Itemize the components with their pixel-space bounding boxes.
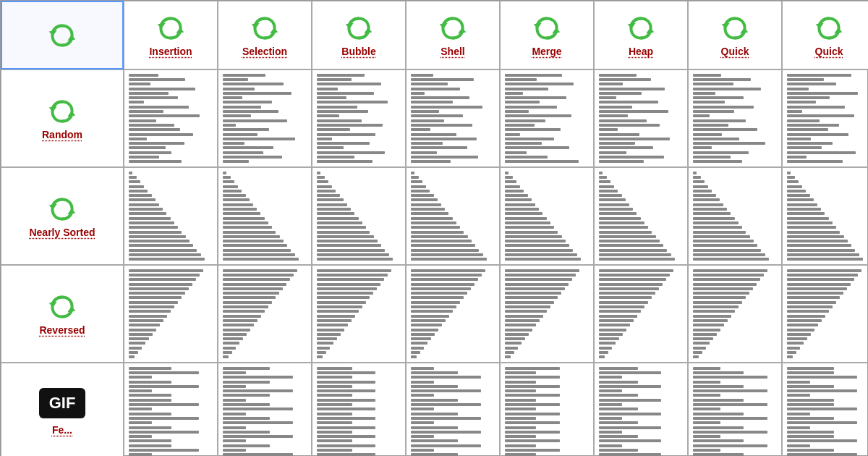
random-quick1-cell[interactable] bbox=[688, 69, 782, 167]
col-header-quick2[interactable]: Quick bbox=[782, 1, 868, 69]
sort-bar bbox=[129, 208, 163, 211]
row-random[interactable]: Random bbox=[1, 69, 124, 167]
row-nearly-sorted[interactable]: Nearly Sorted bbox=[1, 167, 124, 265]
col-header-shell[interactable]: Shell bbox=[406, 1, 500, 69]
random-selection-cell[interactable] bbox=[218, 69, 312, 167]
sort-bar bbox=[129, 287, 189, 290]
sort-bar bbox=[693, 203, 723, 206]
rev-quick1-cell[interactable] bbox=[688, 265, 782, 363]
sort-bar bbox=[693, 324, 724, 326]
rev-merge-cell[interactable] bbox=[500, 265, 594, 363]
sort-bar bbox=[787, 347, 800, 350]
sort-bar bbox=[693, 74, 721, 77]
sort-bar bbox=[787, 208, 821, 211]
sort-bar bbox=[129, 431, 199, 434]
sort-bar bbox=[411, 156, 478, 159]
ns-quick1-cell[interactable] bbox=[688, 167, 782, 265]
sort-bar bbox=[599, 389, 622, 392]
row-few-unique[interactable]: GIF Fe... bbox=[1, 363, 124, 456]
sort-bar bbox=[129, 101, 144, 104]
rev-bubble-cell[interactable] bbox=[312, 265, 406, 363]
col-header-merge[interactable]: Merge bbox=[500, 1, 594, 69]
row-reversed[interactable]: Reversed bbox=[1, 265, 124, 363]
sort-bar bbox=[693, 426, 744, 429]
rev-selection-cell[interactable] bbox=[218, 265, 312, 363]
sort-bar bbox=[317, 394, 352, 397]
fu-insertion-cell[interactable] bbox=[124, 363, 218, 456]
fu-bubble-cell[interactable] bbox=[312, 363, 406, 456]
random-heap-cell[interactable] bbox=[594, 69, 688, 167]
random-insertion-cell[interactable] bbox=[124, 69, 218, 167]
ns-selection-cell[interactable] bbox=[218, 167, 312, 265]
sort-bar bbox=[505, 124, 535, 127]
random-quick2-cell[interactable] bbox=[782, 69, 868, 167]
sort-bar bbox=[411, 119, 444, 122]
svg-marker-17 bbox=[816, 22, 824, 28]
fu-selection-cell[interactable] bbox=[218, 363, 312, 456]
sort-bar bbox=[129, 381, 171, 384]
ns-quick2-cell[interactable] bbox=[782, 167, 868, 265]
sort-bar bbox=[693, 101, 725, 104]
fu-heap-cell[interactable] bbox=[594, 363, 688, 456]
sort-bar bbox=[317, 133, 375, 136]
merge-label: Merge bbox=[532, 46, 561, 57]
rev-shell-cell[interactable] bbox=[406, 265, 500, 363]
col-header-insertion[interactable]: Insertion bbox=[124, 1, 218, 69]
sort-bar bbox=[317, 449, 352, 452]
sort-bar bbox=[223, 371, 246, 374]
ns-merge-cell[interactable] bbox=[500, 167, 594, 265]
rev-heap-cell[interactable] bbox=[594, 265, 688, 363]
sort-bar bbox=[787, 324, 818, 326]
col-header-bubble[interactable]: Bubble bbox=[312, 1, 406, 69]
ns-insertion-cell[interactable] bbox=[124, 167, 218, 265]
random-shell-cell[interactable] bbox=[406, 69, 500, 167]
sort-bar bbox=[693, 92, 715, 95]
col-header-selection[interactable]: Selection bbox=[218, 1, 312, 69]
sort-bar bbox=[693, 83, 733, 85]
sort-bar bbox=[411, 394, 434, 397]
sort-bar bbox=[411, 203, 441, 206]
reversed-row-icon bbox=[48, 292, 77, 321]
sort-bar bbox=[787, 217, 829, 220]
random-merge-cell[interactable] bbox=[500, 69, 594, 167]
sort-bar bbox=[787, 351, 796, 354]
sort-bar bbox=[411, 231, 464, 234]
sort-bar bbox=[223, 292, 279, 295]
ns-shell-cell[interactable] bbox=[406, 167, 500, 265]
sort-bar bbox=[129, 78, 185, 81]
fu-merge-cell[interactable] bbox=[500, 363, 594, 456]
sort-bar bbox=[787, 203, 817, 206]
sort-bar bbox=[599, 287, 659, 290]
col-header-heap[interactable]: Heap bbox=[594, 1, 688, 69]
selection-label: Selection bbox=[242, 46, 287, 57]
sort-bar bbox=[317, 385, 352, 388]
sort-bar bbox=[223, 417, 270, 420]
col-header-quick1[interactable]: Quick bbox=[688, 1, 782, 69]
sort-bar bbox=[599, 194, 622, 197]
sort-bar bbox=[129, 142, 184, 145]
random-bubble-cell[interactable] bbox=[312, 69, 406, 167]
sort-bar bbox=[787, 124, 839, 127]
ns-bubble-cell[interactable] bbox=[312, 167, 406, 265]
sort-bar bbox=[693, 96, 744, 99]
sort-bar bbox=[787, 381, 810, 384]
rev-quick2-cell[interactable] bbox=[782, 265, 868, 363]
insertion-label: Insertion bbox=[149, 46, 192, 57]
sort-bar bbox=[787, 329, 814, 332]
rev-insertion-cell[interactable] bbox=[124, 265, 218, 363]
sort-bar bbox=[693, 231, 746, 234]
fu-quick1-cell[interactable] bbox=[688, 363, 782, 456]
fu-shell-cell[interactable] bbox=[406, 363, 500, 456]
sort-bar bbox=[223, 83, 284, 85]
top-left-cell[interactable] bbox=[1, 1, 124, 69]
sort-bar bbox=[129, 342, 145, 345]
fu-quick2-cell[interactable] bbox=[782, 363, 868, 456]
ns-heap-cell[interactable] bbox=[594, 167, 688, 265]
sort-bar bbox=[787, 78, 824, 81]
sort-bar bbox=[787, 226, 836, 229]
sort-bar bbox=[223, 119, 287, 122]
sort-bar bbox=[505, 114, 571, 117]
sort-bar bbox=[317, 101, 388, 104]
sort-bar bbox=[317, 78, 352, 81]
sort-bar bbox=[693, 394, 720, 397]
